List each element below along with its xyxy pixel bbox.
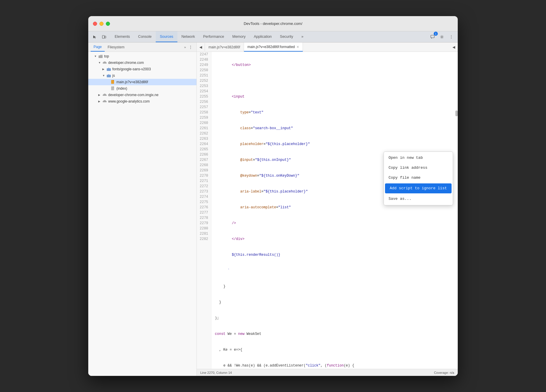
window-title: DevTools - developer.chrome.com/ bbox=[244, 21, 302, 26]
minimize-button[interactable] bbox=[99, 22, 104, 26]
code-line: <input bbox=[215, 94, 454, 99]
settings-icon[interactable] bbox=[438, 33, 446, 41]
code-line: ` bbox=[215, 268, 454, 273]
svg-point-5 bbox=[451, 37, 452, 37]
tree-item-index[interactable]: (index) bbox=[88, 85, 196, 92]
context-menu-copy-filename[interactable]: Copy file name bbox=[384, 173, 453, 183]
tab-more[interactable]: » bbox=[297, 31, 308, 42]
toolbar-left bbox=[88, 31, 111, 42]
arrow-icon: ▼ bbox=[94, 55, 98, 58]
code-line: type="text" bbox=[215, 110, 454, 115]
tree-item-chrome[interactable]: ▼ developer.chrome.com bbox=[88, 59, 196, 66]
arrow-icon: ▶ bbox=[98, 93, 102, 96]
tree-item-imgix[interactable]: ▶ developer-chrome-com.imgix.ne bbox=[88, 92, 196, 98]
code-area[interactable]: 2247 2248 2249 2250 2251 2252 2253 2254 … bbox=[197, 52, 458, 369]
code-content: </button> <input type="text" class="sear… bbox=[211, 52, 458, 369]
arrow-icon: ▶ bbox=[102, 68, 106, 71]
tab-elements[interactable]: Elements bbox=[111, 31, 134, 42]
code-line: placeholder="${this.placeholder}" bbox=[215, 142, 454, 147]
svg-point-6 bbox=[451, 38, 452, 38]
badge: 1 bbox=[434, 32, 438, 36]
folder-icon bbox=[98, 54, 103, 59]
code-line: } bbox=[215, 284, 454, 289]
tab-network[interactable]: Network bbox=[177, 31, 199, 42]
devtools-body: Page Filesystem » ⋮ ▼ top bbox=[88, 42, 458, 376]
file-icon bbox=[111, 86, 115, 91]
svg-rect-1 bbox=[105, 36, 106, 38]
tree-label-chrome: developer.chrome.com bbox=[108, 61, 144, 65]
arrow-icon: ▼ bbox=[98, 61, 102, 64]
svg-rect-9 bbox=[107, 75, 111, 77]
context-menu-copy-link[interactable]: Copy link address bbox=[384, 163, 453, 173]
file-tab-2[interactable]: main.js?v=e382d86f:formatted × bbox=[244, 42, 303, 52]
folder-icon bbox=[106, 73, 111, 78]
code-line: const We = new WeakSet bbox=[215, 331, 454, 337]
tree-label-mainjs: main.js?v=e382d86f bbox=[116, 80, 148, 84]
scrollbar-indicator[interactable] bbox=[455, 110, 458, 116]
cursor-icon[interactable] bbox=[91, 33, 99, 41]
tree-item-mainjs[interactable]: main.js?v=e382d86f bbox=[88, 79, 196, 85]
cloud-icon bbox=[102, 99, 107, 104]
left-panel: Page Filesystem » ⋮ ▼ top bbox=[88, 42, 197, 376]
tab-memory[interactable]: Memory bbox=[228, 31, 250, 42]
close-tab-icon[interactable]: × bbox=[297, 45, 299, 49]
tab-security[interactable]: Security bbox=[276, 31, 297, 42]
context-menu-open-new-tab[interactable]: Open in new tab bbox=[384, 153, 453, 163]
more-options-icon[interactable] bbox=[447, 33, 455, 41]
panel-menu-icon[interactable]: ⋮ bbox=[187, 44, 194, 51]
code-line: aria-autocomplete="list" bbox=[215, 205, 454, 210]
cloud-icon bbox=[102, 60, 107, 65]
title-bar: DevTools - developer.chrome.com/ bbox=[88, 16, 458, 31]
code-line: , Ke = e=>{ bbox=[215, 347, 454, 352]
cursor-position: Line 2270, Column 14 bbox=[200, 371, 232, 374]
tab-console[interactable]: Console bbox=[134, 31, 156, 42]
tree-item-js[interactable]: ▼ js bbox=[88, 72, 196, 79]
coverage-status: Coverage: n/a bbox=[434, 371, 454, 374]
panel-tabs: Page Filesystem » ⋮ bbox=[88, 42, 196, 52]
tree-label-analytics: www.google-analytics.com bbox=[108, 99, 150, 103]
tab-performance[interactable]: Performance bbox=[199, 31, 228, 42]
tree-label-imgix: developer-chrome-com.imgix.ne bbox=[108, 93, 158, 97]
file-icon bbox=[111, 80, 115, 84]
device-toolbar-icon[interactable] bbox=[100, 33, 108, 41]
chat-icon[interactable]: 1 bbox=[428, 33, 437, 41]
tree-label-fonts: fonts/google-sans-v2003 bbox=[112, 67, 151, 71]
arrow-icon: ▶ bbox=[98, 100, 102, 103]
cloud-icon bbox=[102, 93, 107, 97]
context-menu-save-as[interactable]: Save as... bbox=[384, 194, 453, 204]
code-line bbox=[215, 78, 454, 83]
arrow-icon: ▼ bbox=[102, 74, 106, 77]
context-menu-add-ignore[interactable]: Add script to ignore list bbox=[385, 183, 452, 193]
file-tab-2-label: main.js?v=e382d86f:formatted bbox=[247, 45, 295, 49]
tree-label-js: js bbox=[112, 74, 115, 78]
tree-label-index: (index) bbox=[116, 86, 127, 91]
file-tab-end-icon[interactable]: ◀ bbox=[450, 43, 458, 51]
svg-point-4 bbox=[451, 35, 452, 36]
file-tab-1-label: main.js?v=e382d86f bbox=[208, 45, 240, 49]
traffic-lights bbox=[93, 22, 110, 26]
code-line: ${this.renderResults()} bbox=[215, 252, 454, 258]
svg-rect-2 bbox=[431, 35, 434, 38]
tab-sources[interactable]: Sources bbox=[156, 31, 177, 42]
toolbar-right: 1 bbox=[426, 31, 458, 42]
panel-more[interactable]: » bbox=[183, 45, 187, 49]
maximize-button[interactable] bbox=[106, 22, 110, 26]
tab-application[interactable]: Application bbox=[250, 31, 276, 42]
tree-item-fonts[interactable]: ▶ fonts/google-sans-v2003 bbox=[88, 66, 196, 72]
tree-item-top[interactable]: ▼ top bbox=[88, 53, 196, 59]
navigate-back-icon[interactable]: ◀ bbox=[197, 43, 205, 51]
right-panel: ◀ main.js?v=e382d86f main.js?v=e382d86f:… bbox=[197, 42, 458, 376]
tab-page[interactable]: Page bbox=[91, 42, 105, 52]
devtools-tabs: Elements Console Sources Network Perform… bbox=[88, 31, 458, 42]
status-bar: Line 2270, Column 14 Coverage: n/a bbox=[197, 369, 458, 376]
code-line: </button> bbox=[215, 62, 454, 68]
tree-item-analytics[interactable]: ▶ www.google-analytics.com bbox=[88, 98, 196, 105]
tab-filesystem[interactable]: Filesystem bbox=[105, 42, 127, 52]
code-line: /> bbox=[215, 221, 454, 226]
devtools-window: DevTools - developer.chrome.com/ Element… bbox=[88, 16, 458, 376]
close-button[interactable] bbox=[93, 22, 97, 26]
file-tab-1[interactable]: main.js?v=e382d86f bbox=[205, 42, 244, 52]
svg-rect-0 bbox=[102, 35, 104, 38]
code-line: ); bbox=[215, 316, 454, 321]
tree-label-top: top bbox=[104, 54, 109, 58]
